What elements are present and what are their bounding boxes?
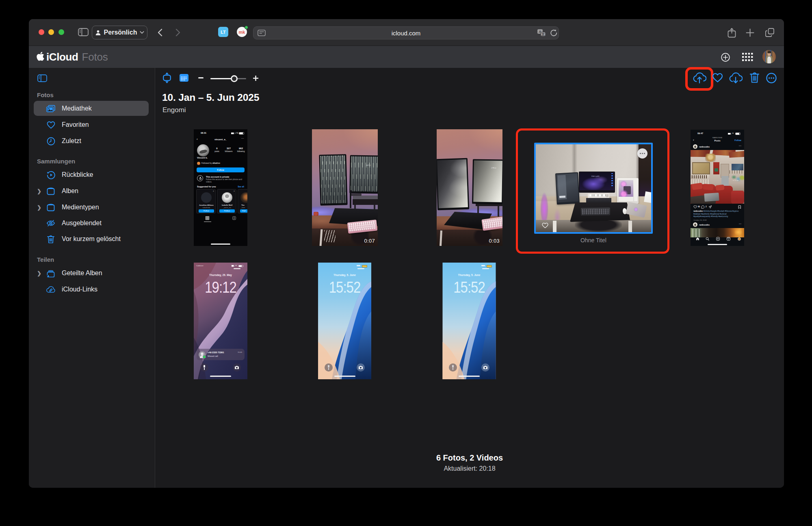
svg-text:文: 文 xyxy=(541,33,545,36)
